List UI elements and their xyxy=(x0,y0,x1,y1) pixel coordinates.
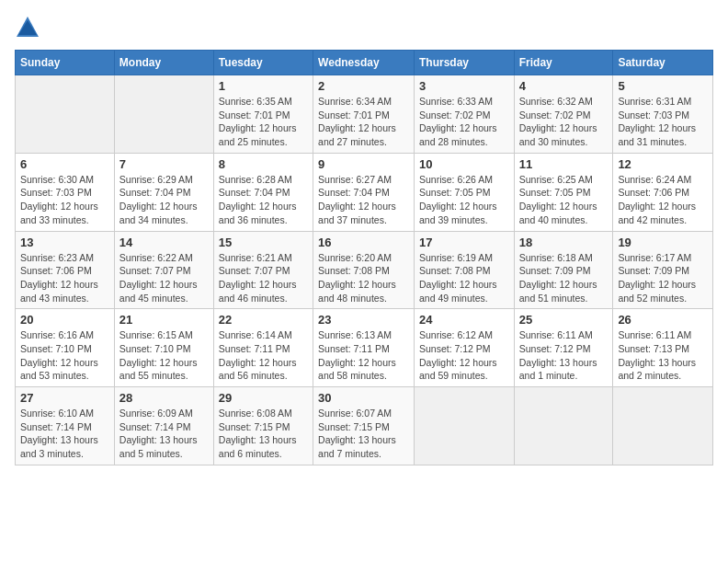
day-info: Sunrise: 6:07 AM Sunset: 7:15 PM Dayligh… xyxy=(318,407,409,461)
calendar-week-row: 27Sunrise: 6:10 AM Sunset: 7:14 PM Dayli… xyxy=(16,387,713,465)
day-info: Sunrise: 6:24 AM Sunset: 7:06 PM Dayligh… xyxy=(618,173,708,227)
calendar-cell xyxy=(514,387,613,465)
day-info: Sunrise: 6:11 AM Sunset: 7:13 PM Dayligh… xyxy=(618,328,708,383)
weekday-header: Saturday xyxy=(613,51,713,75)
day-info: Sunrise: 6:22 AM Sunset: 7:07 PM Dayligh… xyxy=(119,251,209,305)
day-info: Sunrise: 6:11 AM Sunset: 7:12 PM Dayligh… xyxy=(519,328,609,383)
calendar-cell: 21Sunrise: 6:15 AM Sunset: 7:10 PM Dayli… xyxy=(114,309,213,387)
day-info: Sunrise: 6:28 AM Sunset: 7:04 PM Dayligh… xyxy=(219,173,308,227)
day-number: 24 xyxy=(419,313,509,327)
weekday-header: Friday xyxy=(514,51,613,75)
day-number: 2 xyxy=(318,79,409,93)
calendar-cell: 13Sunrise: 6:23 AM Sunset: 7:06 PM Dayli… xyxy=(16,231,115,309)
day-info: Sunrise: 6:23 AM Sunset: 7:06 PM Dayligh… xyxy=(20,251,109,305)
calendar-cell: 27Sunrise: 6:10 AM Sunset: 7:14 PM Dayli… xyxy=(16,387,115,465)
day-number: 29 xyxy=(219,391,308,405)
day-info: Sunrise: 6:21 AM Sunset: 7:07 PM Dayligh… xyxy=(219,251,308,305)
calendar-cell: 29Sunrise: 6:08 AM Sunset: 7:15 PM Dayli… xyxy=(213,387,313,465)
day-number: 22 xyxy=(219,313,308,327)
day-number: 23 xyxy=(318,313,409,327)
day-info: Sunrise: 6:31 AM Sunset: 7:03 PM Dayligh… xyxy=(618,95,708,149)
calendar-cell: 30Sunrise: 6:07 AM Sunset: 7:15 PM Dayli… xyxy=(313,387,415,465)
calendar-header-row: SundayMondayTuesdayWednesdayThursdayFrid… xyxy=(16,51,713,75)
calendar-cell: 28Sunrise: 6:09 AM Sunset: 7:14 PM Dayli… xyxy=(114,387,213,465)
day-info: Sunrise: 6:30 AM Sunset: 7:03 PM Dayligh… xyxy=(20,173,109,227)
calendar-cell: 2Sunrise: 6:34 AM Sunset: 7:01 PM Daylig… xyxy=(313,75,415,154)
day-number: 20 xyxy=(20,313,109,327)
day-number: 18 xyxy=(519,236,609,249)
calendar-cell: 15Sunrise: 6:21 AM Sunset: 7:07 PM Dayli… xyxy=(213,231,313,309)
day-number: 25 xyxy=(519,313,609,327)
logo xyxy=(15,15,42,40)
day-number: 30 xyxy=(318,391,409,405)
day-info: Sunrise: 6:09 AM Sunset: 7:14 PM Dayligh… xyxy=(119,407,209,461)
day-number: 28 xyxy=(119,391,209,405)
calendar-cell: 22Sunrise: 6:14 AM Sunset: 7:11 PM Dayli… xyxy=(213,309,313,387)
calendar-cell: 16Sunrise: 6:20 AM Sunset: 7:08 PM Dayli… xyxy=(313,231,415,309)
calendar-cell: 1Sunrise: 6:35 AM Sunset: 7:01 PM Daylig… xyxy=(213,75,313,154)
day-number: 19 xyxy=(618,236,708,249)
day-info: Sunrise: 6:33 AM Sunset: 7:02 PM Dayligh… xyxy=(419,95,509,149)
day-info: Sunrise: 6:16 AM Sunset: 7:10 PM Dayligh… xyxy=(20,328,109,383)
day-number: 26 xyxy=(618,313,708,327)
day-number: 14 xyxy=(119,236,209,249)
calendar-cell xyxy=(16,75,115,154)
calendar-cell: 7Sunrise: 6:29 AM Sunset: 7:04 PM Daylig… xyxy=(114,153,213,231)
day-number: 4 xyxy=(519,79,609,93)
day-number: 9 xyxy=(318,157,409,171)
calendar-cell: 10Sunrise: 6:26 AM Sunset: 7:05 PM Dayli… xyxy=(414,153,514,231)
day-info: Sunrise: 6:10 AM Sunset: 7:14 PM Dayligh… xyxy=(20,407,109,461)
logo-icon xyxy=(15,15,40,40)
calendar-cell xyxy=(414,387,514,465)
day-info: Sunrise: 6:20 AM Sunset: 7:08 PM Dayligh… xyxy=(318,251,409,305)
calendar-cell: 14Sunrise: 6:22 AM Sunset: 7:07 PM Dayli… xyxy=(114,231,213,309)
calendar-cell: 17Sunrise: 6:19 AM Sunset: 7:08 PM Dayli… xyxy=(414,231,514,309)
calendar-table: SundayMondayTuesdayWednesdayThursdayFrid… xyxy=(15,50,713,465)
day-info: Sunrise: 6:19 AM Sunset: 7:08 PM Dayligh… xyxy=(419,251,509,305)
day-info: Sunrise: 6:32 AM Sunset: 7:02 PM Dayligh… xyxy=(519,95,609,149)
day-number: 13 xyxy=(20,236,109,249)
day-number: 11 xyxy=(519,157,609,171)
day-number: 27 xyxy=(20,391,109,405)
day-number: 16 xyxy=(318,236,409,249)
calendar-cell: 12Sunrise: 6:24 AM Sunset: 7:06 PM Dayli… xyxy=(613,153,713,231)
calendar-cell: 9Sunrise: 6:27 AM Sunset: 7:04 PM Daylig… xyxy=(313,153,415,231)
day-info: Sunrise: 6:26 AM Sunset: 7:05 PM Dayligh… xyxy=(419,173,509,227)
calendar-cell: 5Sunrise: 6:31 AM Sunset: 7:03 PM Daylig… xyxy=(613,75,713,154)
day-info: Sunrise: 6:34 AM Sunset: 7:01 PM Dayligh… xyxy=(318,95,409,149)
calendar-cell: 4Sunrise: 6:32 AM Sunset: 7:02 PM Daylig… xyxy=(514,75,613,154)
day-number: 15 xyxy=(219,236,308,249)
calendar-cell: 26Sunrise: 6:11 AM Sunset: 7:13 PM Dayli… xyxy=(613,309,713,387)
day-number: 10 xyxy=(419,157,509,171)
calendar-cell xyxy=(613,387,713,465)
calendar-week-row: 1Sunrise: 6:35 AM Sunset: 7:01 PM Daylig… xyxy=(16,75,713,154)
day-number: 3 xyxy=(419,79,509,93)
day-number: 1 xyxy=(219,79,308,93)
calendar-cell: 11Sunrise: 6:25 AM Sunset: 7:05 PM Dayli… xyxy=(514,153,613,231)
calendar-cell: 19Sunrise: 6:17 AM Sunset: 7:09 PM Dayli… xyxy=(613,231,713,309)
calendar-cell: 3Sunrise: 6:33 AM Sunset: 7:02 PM Daylig… xyxy=(414,75,514,154)
weekday-header: Monday xyxy=(114,51,213,75)
day-info: Sunrise: 6:18 AM Sunset: 7:09 PM Dayligh… xyxy=(519,251,609,305)
day-info: Sunrise: 6:15 AM Sunset: 7:10 PM Dayligh… xyxy=(119,328,209,383)
day-number: 12 xyxy=(618,157,708,171)
day-info: Sunrise: 6:08 AM Sunset: 7:15 PM Dayligh… xyxy=(219,407,308,461)
calendar-cell: 8Sunrise: 6:28 AM Sunset: 7:04 PM Daylig… xyxy=(213,153,313,231)
day-number: 17 xyxy=(419,236,509,249)
day-info: Sunrise: 6:35 AM Sunset: 7:01 PM Dayligh… xyxy=(219,95,308,149)
calendar-week-row: 20Sunrise: 6:16 AM Sunset: 7:10 PM Dayli… xyxy=(16,309,713,387)
day-number: 8 xyxy=(219,157,308,171)
weekday-header: Thursday xyxy=(414,51,514,75)
day-info: Sunrise: 6:27 AM Sunset: 7:04 PM Dayligh… xyxy=(318,173,409,227)
calendar-cell: 23Sunrise: 6:13 AM Sunset: 7:11 PM Dayli… xyxy=(313,309,415,387)
day-number: 7 xyxy=(119,157,209,171)
day-number: 21 xyxy=(119,313,209,327)
day-info: Sunrise: 6:14 AM Sunset: 7:11 PM Dayligh… xyxy=(219,328,308,383)
calendar-cell: 20Sunrise: 6:16 AM Sunset: 7:10 PM Dayli… xyxy=(16,309,115,387)
weekday-header: Wednesday xyxy=(313,51,415,75)
day-info: Sunrise: 6:25 AM Sunset: 7:05 PM Dayligh… xyxy=(519,173,609,227)
calendar-cell: 6Sunrise: 6:30 AM Sunset: 7:03 PM Daylig… xyxy=(16,153,115,231)
calendar-cell: 25Sunrise: 6:11 AM Sunset: 7:12 PM Dayli… xyxy=(514,309,613,387)
weekday-header: Sunday xyxy=(16,51,115,75)
calendar-cell: 18Sunrise: 6:18 AM Sunset: 7:09 PM Dayli… xyxy=(514,231,613,309)
